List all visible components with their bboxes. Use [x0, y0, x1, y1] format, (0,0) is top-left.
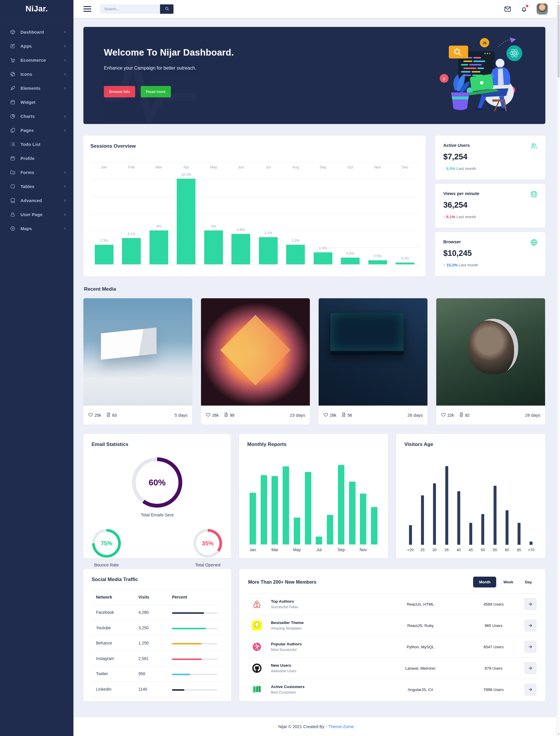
mail-icon[interactable] — [504, 6, 511, 13]
donut-bounce-rate: 75% — [92, 529, 121, 558]
sidebar-item-charts[interactable]: Charts› — [0, 109, 73, 123]
x-tick-label: May — [291, 547, 303, 552]
social-media-table: NetworkVisitsPercentFacebook4,280Youtube… — [92, 589, 223, 697]
member-subtitle: Successful Fellas — [271, 605, 378, 609]
monthly-reports-chart — [247, 465, 380, 544]
chart-column: Oct0.8% — [337, 163, 364, 264]
footer-link[interactable]: Theme-Zome. — [329, 724, 355, 729]
menu-toggle-icon[interactable] — [83, 6, 91, 12]
recent-media-title: Recent Media — [84, 286, 545, 292]
tab-month[interactable]: Month — [473, 577, 496, 587]
search-input[interactable] — [100, 4, 160, 14]
sidebar-item-todo-list[interactable]: Todo List — [0, 137, 73, 151]
stat-delta-note: Last month — [458, 263, 478, 267]
stat-delta-value: ↑ 6.1% — [443, 215, 455, 219]
user-avatar[interactable] — [537, 4, 548, 15]
bar — [338, 465, 344, 544]
media-card[interactable]: 28k5626 days — [319, 298, 427, 424]
percent-cell — [172, 671, 223, 676]
pulse-watermark — [105, 42, 211, 124]
bar — [259, 237, 278, 264]
visits-value: 950 — [138, 671, 172, 676]
x-tick-label: 65 — [513, 548, 525, 552]
scroll-up-icon[interactable]: ▲ — [557, 1, 560, 3]
footer-text: Nijar © 2021 Created By - — [278, 724, 327, 729]
sidebar-item-pages[interactable]: Pages› — [0, 123, 73, 137]
member-info: Bestseller ThemeAmazing Templates — [271, 620, 378, 630]
members-period-tabs: MonthWeekDay — [473, 577, 537, 587]
sidebar-item-maps[interactable]: Maps› — [0, 221, 73, 235]
bar — [371, 507, 377, 544]
stat-title: Views per minute — [443, 191, 537, 196]
square-icon — [10, 184, 16, 189]
chevron-right-icon: › — [64, 43, 66, 49]
bar — [368, 260, 387, 265]
bar — [433, 483, 436, 545]
member-subtitle: Most Successful — [271, 648, 378, 652]
gridline — [90, 264, 419, 265]
x-tick-label — [258, 547, 269, 552]
x-tick-label: 35 — [441, 548, 453, 552]
tab-day[interactable]: Day — [520, 577, 537, 587]
files-count: 83 — [112, 413, 117, 417]
x-tick-label: Sep — [336, 547, 347, 552]
sidebar-item-forms[interactable]: Forms› — [0, 165, 73, 179]
bar-value-label: 0.5% — [364, 254, 391, 258]
network-name: LinkedIn — [92, 687, 138, 692]
x-tick-label: Jun — [227, 165, 255, 169]
member-users-count: 879 Users — [463, 666, 524, 670]
sidebar-item-user-page[interactable]: User Page› — [0, 207, 73, 221]
notifications-bell-icon[interactable] — [520, 6, 528, 13]
member-subtitle: Amazing Templates — [271, 626, 378, 630]
x-tick-label — [369, 547, 380, 552]
member-detail-button[interactable] — [524, 662, 537, 674]
column-header: Network — [92, 595, 138, 599]
users-icon — [530, 142, 538, 151]
media-card[interactable]: 25k835 days — [83, 298, 192, 424]
sidebar-item-label: Dashboard — [20, 30, 64, 35]
media-age: 23 days — [290, 412, 305, 417]
bar — [204, 231, 223, 264]
x-tick-label — [280, 547, 291, 552]
likes-group: 22k — [441, 412, 454, 418]
heart-icon — [88, 412, 93, 418]
member-detail-button[interactable] — [524, 619, 537, 632]
sidebar-item-label: Forms — [20, 170, 64, 175]
files-group: 56 — [341, 412, 352, 418]
social-media-traffic-title: Social Media Traffic — [92, 577, 223, 582]
scroll-thumb[interactable] — [557, 5, 560, 78]
email-statistics-card: Email Statistics 60%Total Emails Sent75%… — [83, 434, 231, 558]
sidebar-item-advanced[interactable]: Advanced› — [0, 193, 73, 207]
bar — [231, 234, 250, 264]
heart-icon — [206, 412, 211, 418]
visits-value: 1,250 — [138, 641, 172, 645]
member-detail-button[interactable] — [524, 598, 537, 610]
member-detail-button[interactable] — [524, 683, 537, 696]
app-logo[interactable]: NiJar. — [0, 0, 73, 18]
bar-value-label: 4% — [200, 224, 227, 228]
search-button[interactable] — [160, 4, 174, 14]
member-detail-button[interactable] — [524, 641, 537, 653]
member-subtitle: Best Customers — [271, 690, 378, 694]
donut-label: Total Opened — [193, 563, 222, 567]
sidebar-item-ecommerce[interactable]: Ecommerce› — [0, 53, 73, 67]
tab-week[interactable]: Week — [499, 577, 518, 587]
bar-value-label: 1.4% — [309, 246, 337, 250]
sidebar-item-dashboard[interactable]: Dashboard› — [0, 25, 73, 39]
sidebar-item-elements[interactable]: Elements› — [0, 81, 73, 95]
scrollbar[interactable]: ▲ ▼ — [556, 0, 560, 736]
sidebar-item-icons[interactable]: Icons› — [0, 67, 73, 81]
member-users-count: 4589 Users — [463, 602, 524, 606]
sidebar-item-widget[interactable]: Widget — [0, 95, 73, 109]
sidebar-item-profile[interactable]: Profile — [0, 151, 73, 165]
donut-percent: 75% — [101, 540, 112, 547]
table-row: Twitter950 — [92, 666, 223, 682]
chart-column: Jun3.6% — [227, 163, 255, 264]
sidebar-item-apps[interactable]: Apps› — [0, 39, 73, 53]
scroll-down-icon[interactable]: ▼ — [557, 733, 560, 735]
percent-fill — [172, 674, 190, 675]
sidebar: NiJar. Dashboard›Apps›Ecommerce›Icons›El… — [0, 0, 73, 736]
media-card[interactable]: 26k9923 days — [201, 298, 310, 424]
sidebar-item-tables[interactable]: Tables› — [0, 179, 73, 193]
media-card[interactable]: 22k9228 days — [436, 298, 545, 424]
